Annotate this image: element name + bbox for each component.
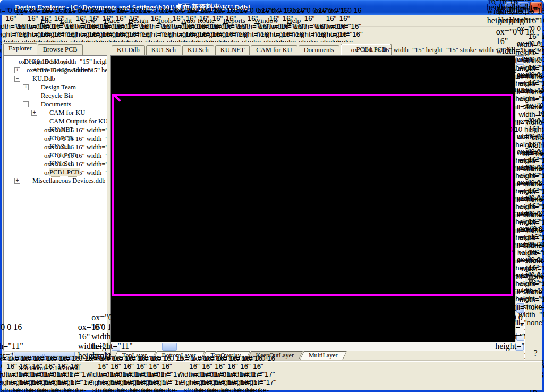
document-tab-label: KU.Sch bbox=[188, 46, 209, 54]
tree-item-ku1-pcb[interactable]: ox="0 0 16 16" width="15" height="15" st… bbox=[4, 151, 107, 159]
tree-item-documents[interactable]: −ox="0 0 16 16" width="15" height="15" s… bbox=[4, 100, 107, 108]
tree-item-label: Recycle Bin bbox=[41, 92, 73, 100]
tree-item-design-desktop[interactable]: ox="0 0 16 16" width="15" height="15" st… bbox=[4, 57, 107, 66]
document-tab-label: KU1.Sch bbox=[151, 46, 176, 54]
design-explorer-window: ox="0 0 16 16" width="17" height="17" st… bbox=[0, 0, 544, 392]
document-tab-ku-net[interactable]: KU.NET bbox=[215, 45, 250, 55]
tertiary-arrow-icon: ox="0 0 16 16" width="16" height="16" st… bbox=[305, 364, 313, 372]
tree-item-label: KU1.PCB bbox=[49, 151, 76, 159]
scroll-track[interactable] bbox=[121, 343, 515, 351]
tree-item-label: Design Desktop bbox=[24, 58, 66, 66]
expander-plus-icon[interactable]: + bbox=[23, 84, 29, 90]
cam-output-icon: ox="0 0 16 16" width="15" height="15" st… bbox=[39, 117, 47, 125]
document-tab-cam-for-ku[interactable]: CAM for KU bbox=[251, 45, 297, 55]
tree-item-cam-for-ku[interactable]: +ox="0 0 16 16" width="15" height="15" s… bbox=[4, 108, 107, 117]
document-tab-pcb1-pcb[interactable]: ox="0 0 16 16" width="15" height="15" st… bbox=[341, 44, 392, 55]
tree-item-ku-pcb[interactable]: ox="0 0 16 16" width="15" height="15" st… bbox=[4, 134, 107, 142]
redo-button[interactable]: ox="0 0 16 16" width="16" height="16" st… bbox=[338, 28, 351, 41]
layer-tab-multilayer[interactable]: MultiLayer bbox=[300, 351, 347, 361]
expander-plus-icon[interactable]: + bbox=[14, 67, 20, 73]
tree-item-label: CAM Outputs for KU bbox=[49, 117, 107, 125]
scroll-right-button[interactable]: ox="0 0 16 16" width="11" height="11" st… bbox=[515, 343, 524, 351]
netlist-icon: ox="0 0 16 16" width="15" height="15" st… bbox=[39, 126, 47, 134]
workstation-icon: ox="0 0 16 16" width="15" height="15" st… bbox=[22, 66, 30, 74]
pcb-doc-icon: ox="0 0 16 16" width="15" height="15" st… bbox=[39, 168, 47, 176]
tree-item-cam-outputs-for-ku[interactable]: ox="0 0 16 16" width="15" height="15" st… bbox=[4, 117, 107, 125]
keepout-board-outline[interactable] bbox=[112, 94, 513, 296]
tree-item-label: Miscellaneous Devices.ddb bbox=[32, 177, 105, 185]
tree-item-ku1-sch[interactable]: ox="0 0 16 16" width="15" height="15" st… bbox=[4, 159, 107, 168]
pcb-canvas[interactable] bbox=[111, 56, 515, 342]
expander-minus-icon[interactable]: − bbox=[14, 76, 20, 82]
help-pointer-icon[interactable]: ?ox="0 0 16 16" width="20" height="20" s… bbox=[529, 348, 539, 359]
tree-item-label: Design Team bbox=[41, 83, 76, 91]
desktop-icon: ox="0 0 16 16" width="15" height="15" st… bbox=[13, 58, 22, 66]
tree-item-label: KU.Ddb bbox=[32, 75, 55, 83]
document-tab-label: Documents bbox=[304, 46, 334, 54]
panel-tab-explorer[interactable]: Explorer bbox=[3, 43, 37, 55]
panel-tab-browse-pcb[interactable]: Browse PCB bbox=[38, 44, 83, 55]
main-toolbar: ox="0 0 16 16" width="16" height="16" st… bbox=[2, 27, 542, 42]
recycle-icon: ox="0 0 16 16" width="15" height="15" st… bbox=[30, 92, 39, 100]
database-icon: ox="0 0 16 16" width="15" height="15" st… bbox=[22, 75, 30, 83]
tree-item-design-team[interactable]: +ox="0 0 16 16" width="15" height="15" s… bbox=[4, 83, 107, 91]
document-tab-ku-ddb[interactable]: KU.Ddb bbox=[112, 45, 145, 55]
document-tab-documents[interactable]: Documents bbox=[299, 45, 339, 55]
canvas-horizontal-scrollbar[interactable]: ox="0 0 16 16" width="11" height="11" st… bbox=[111, 342, 524, 351]
content-area: ExplorerBrowse PCB ox="0 0 16 16" width=… bbox=[2, 42, 542, 361]
pad-array-button[interactable]: ox="0 0 16 16" width="19" height="19" st… bbox=[527, 308, 541, 321]
tree-item-label: Active Design Stations bbox=[32, 66, 94, 74]
document-tab-label: PCB1.PCB bbox=[356, 46, 387, 54]
document-tab-label: CAM for KU bbox=[256, 46, 292, 54]
expander-minus-icon[interactable]: − bbox=[23, 101, 29, 107]
mdi-close-button[interactable]: ox="0 0 16 16" width="16" height="16" st… bbox=[529, 16, 539, 25]
help-button[interactable]: ?ox="0 0 16 16" width="16" height="16" s… bbox=[351, 28, 364, 41]
document-tab-ku-sch[interactable]: KU.Sch bbox=[182, 45, 214, 55]
editor-viewport: ox="0 0 16 16" width="11" height="11" st… bbox=[110, 55, 525, 361]
sch-doc-icon: ox="0 0 16 16" width="15" height="15" st… bbox=[39, 160, 47, 168]
sch-doc-icon: ox="0 0 16 16" width="15" height="15" st… bbox=[39, 143, 47, 151]
tree-item-ku-ddb[interactable]: −ox="0 0 16 16" width="15" height="15" s… bbox=[4, 74, 107, 83]
tree-item-label: CAM for KU bbox=[49, 109, 85, 117]
folder-icon: ox="0 0 16 16" width="15" height="15" st… bbox=[39, 109, 47, 117]
document-tab-ku1-sch[interactable]: KU1.Sch bbox=[146, 45, 181, 55]
folder-icon: ox="0 0 16 16" width="15" height="15" st… bbox=[30, 100, 39, 108]
explorer-panel-tabs: ExplorerBrowse PCB bbox=[3, 44, 109, 55]
team-icon: ox="0 0 16 16" width="15" height="15" st… bbox=[30, 83, 39, 91]
design-tree: ox="0 0 16 16" width="15" height="15" st… bbox=[3, 55, 107, 351]
tree-item-active-design-stations[interactable]: +ox="0 0 16 16" width="15" height="15" s… bbox=[4, 66, 107, 74]
decrease-vertical-spacing-button[interactable]: ox="0 0 16 16" width="17" height="17" st… bbox=[160, 376, 173, 389]
pcb-doc-icon: ox="0 0 16 16" width="15" height="15" st… bbox=[346, 46, 354, 54]
tree-item-label: PCB1.PCB bbox=[49, 168, 80, 176]
pcb-editor: KU.DdbKU1.SchKU.SchKU.NETCAM for KUDocum… bbox=[110, 42, 525, 361]
tree-item-miscellaneous-devices-ddb[interactable]: +ox="0 0 16 16" width="15" height="15" s… bbox=[4, 176, 107, 185]
tree-item-label: KU.NET bbox=[49, 126, 73, 134]
tree-item-ku-net[interactable]: ox="0 0 16 16" width="15" height="15" st… bbox=[4, 125, 107, 134]
scroll-left-button[interactable]: ox="0 0 16 16" width="11" height="11" st… bbox=[112, 343, 120, 351]
expander-plus-icon[interactable]: + bbox=[14, 178, 20, 184]
tree-item-pcb1-pcb[interactable]: ox="0 0 16 16" width="15" height="15" st… bbox=[4, 168, 107, 176]
tree-item-recycle-bin[interactable]: ox="0 0 16 16" width="15" height="15" st… bbox=[4, 91, 107, 100]
placement-toolbar: ox="0 0 16 16" width="19" height="19" st… bbox=[525, 42, 542, 361]
tree-item-label: KU.Sch bbox=[49, 143, 71, 151]
tree-item-label: Documents bbox=[41, 100, 71, 108]
layer-tab-label: MultiLayer bbox=[300, 352, 346, 360]
pcb-doc-icon: ox="0 0 16 16" width="15" height="15" st… bbox=[39, 151, 47, 159]
document-tab-label: KU.NET bbox=[220, 46, 244, 54]
pcb-doc-icon: ox="0 0 16 16" width="15" height="15" st… bbox=[39, 134, 47, 142]
paste-new-array-button[interactable]: ox="0 0 16 16" width="17" height="17" st… bbox=[252, 376, 265, 389]
document-tab-label: KU.Ddb bbox=[117, 46, 140, 54]
database-icon: ox="0 0 16 16" width="15" height="15" st… bbox=[22, 177, 30, 185]
document-tab-bar: KU.DdbKU1.SchKU.SchKU.NETCAM for KUDocum… bbox=[112, 44, 525, 55]
pad-array-icon: ox="0 0 16 16" width="19" height="19" st… bbox=[527, 275, 541, 354]
alignment-toolbar: ox="0 0 16 16" width="17" height="17" st… bbox=[2, 374, 542, 390]
scroll-thumb[interactable] bbox=[162, 343, 177, 351]
decrease-horizontal-spacing-button[interactable]: ox="0 0 16 16" width="17" height="17" st… bbox=[69, 376, 82, 389]
expander-plus-icon[interactable]: + bbox=[31, 110, 37, 116]
tree-item-ku-sch[interactable]: ox="0 0 16 16" width="15" height="15" st… bbox=[4, 142, 107, 151]
tree-item-label: KU.PCB bbox=[49, 134, 73, 142]
tree-item-label: KU1.Sch bbox=[49, 160, 74, 168]
